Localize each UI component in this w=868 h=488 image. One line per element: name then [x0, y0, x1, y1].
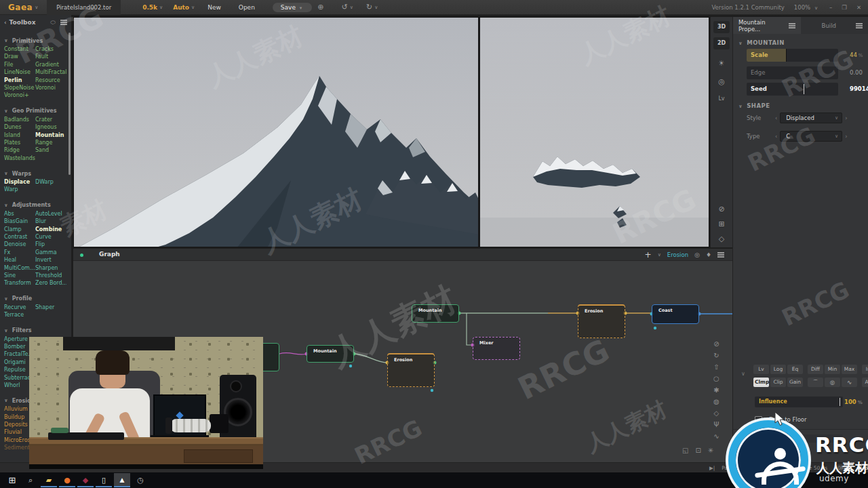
gear-icon[interactable]: ✱: [713, 387, 719, 394]
circle-icon[interactable]: ◎: [825, 378, 840, 387]
menu-icon[interactable]: [60, 22, 67, 23]
disable-icon[interactable]: ⊘: [713, 341, 719, 348]
toolbox-item[interactable]: Threshold: [35, 272, 66, 280]
toolbox-item[interactable]: Warp: [4, 186, 35, 194]
node-mixer[interactable]: Mixer: [473, 337, 520, 360]
toolbox-item[interactable]: Island: [4, 132, 35, 140]
chevron-down-icon[interactable]: ∨: [658, 252, 661, 258]
new-button[interactable]: New: [208, 4, 221, 11]
sun-icon[interactable]: ☀: [718, 59, 725, 68]
maximize-button[interactable]: ❐: [842, 4, 847, 11]
close-button[interactable]: ✕: [856, 4, 861, 11]
toolbox-item[interactable]: Fx: [4, 249, 35, 257]
toolbox-item[interactable]: DWarp: [35, 179, 66, 186]
post-button[interactable]: Gain: [787, 378, 803, 387]
post-button[interactable]: Diff: [808, 365, 823, 374]
refresh-icon[interactable]: ↻: [713, 352, 719, 359]
type-dropdown[interactable]: C∨: [780, 131, 842, 142]
toolbox-item[interactable]: Dunes: [4, 124, 35, 131]
influence-slider[interactable]: Influence 100%: [755, 396, 843, 409]
minimize-button[interactable]: –: [829, 4, 832, 11]
node-coast[interactable]: Coast: [652, 304, 699, 324]
post-button[interactable]: Clip: [770, 378, 786, 387]
toolbox-item[interactable]: Draw: [4, 54, 35, 61]
app-diamond-icon[interactable]: ◆: [77, 473, 94, 487]
next-arrow-icon[interactable]: ›: [842, 134, 850, 140]
resolution-dropdown[interactable]: 0.5k: [142, 4, 157, 11]
view-2d-button[interactable]: 2D: [713, 37, 730, 49]
view-3d-button[interactable]: 3D: [713, 21, 730, 33]
node-mountain-2[interactable]: Mountain: [307, 345, 354, 363]
prev-arrow-icon[interactable]: ‹: [772, 134, 780, 140]
section-label[interactable]: Filters: [12, 327, 32, 333]
swirl-icon[interactable]: ◍: [713, 399, 719, 405]
chevron-down-icon[interactable]: ▾: [300, 5, 302, 11]
toolbox-item[interactable]: Abs: [4, 211, 35, 218]
branch-icon[interactable]: Ψ: [713, 422, 719, 428]
grid-icon[interactable]: ⊞: [718, 220, 724, 228]
post-button[interactable]: Eq: [787, 365, 803, 374]
toolbox-item[interactable]: Sharpen: [35, 265, 66, 272]
post-button[interactable]: Inv: [862, 365, 868, 374]
app-logo[interactable]: Gaea: [8, 3, 33, 12]
clock-icon[interactable]: ◷: [132, 473, 149, 487]
viewport-island-view[interactable]: [480, 18, 709, 247]
zoom-level[interactable]: 100% ∨: [794, 4, 820, 11]
toolbox-item[interactable]: MultiCom...: [4, 265, 35, 272]
post-button[interactable]: Abs: [862, 378, 868, 387]
toolbox-item[interactable]: Igneous: [35, 124, 66, 131]
gaea-app-icon[interactable]: ▲: [114, 473, 130, 487]
viewport-main-view[interactable]: [74, 18, 478, 247]
toolbox-item[interactable]: Cracks: [35, 46, 66, 54]
scale-slider[interactable]: Scale 44%: [747, 49, 848, 62]
3d-viewport[interactable]: [73, 17, 709, 247]
tab-menu-icon[interactable]: [856, 25, 863, 26]
toolbox-item[interactable]: Denoise: [4, 241, 35, 249]
toolbox-item[interactable]: Range: [35, 140, 66, 147]
link-icon[interactable]: ∿: [713, 433, 719, 440]
toolbox-item[interactable]: Ridge: [4, 147, 35, 155]
chevron-down-icon[interactable]: ∨: [191, 5, 195, 10]
section-label[interactable]: Profile: [12, 296, 32, 302]
toolbox-item[interactable]: Curve: [35, 234, 66, 241]
toolbox-item[interactable]: Combine: [35, 226, 66, 234]
open-button[interactable]: Open: [239, 4, 255, 11]
shape-section-header[interactable]: ∨SHAPE: [738, 102, 770, 109]
node-mountain-1[interactable]: Mountain: [412, 304, 459, 323]
tab-menu-icon[interactable]: [789, 25, 795, 26]
seed-value[interactable]: 99014: [850, 83, 868, 96]
frame-icon[interactable]: ◱: [682, 447, 688, 454]
post-button[interactable]: Log: [770, 365, 786, 374]
toolbox-item[interactable]: Zero Bord...: [35, 280, 66, 287]
scrollbar[interactable]: [68, 33, 71, 175]
water-toggle-icon[interactable]: ⊘: [718, 205, 724, 214]
toolbox-item[interactable]: Clamp: [4, 226, 35, 234]
locate-icon[interactable]: ◎: [694, 251, 700, 258]
search-icon[interactable]: ⌕: [22, 473, 39, 487]
firefox-icon[interactable]: ●: [59, 473, 75, 487]
snap-icon[interactable]: ✳: [708, 447, 713, 454]
chevron-down-icon[interactable]: ∨: [374, 5, 378, 10]
toolbox-item[interactable]: Mountain: [35, 132, 66, 140]
filter-toggle-icon[interactable]: ⬭: [50, 19, 56, 26]
circle-icon[interactable]: ○: [713, 375, 719, 382]
section-label[interactable]: Primitives: [12, 38, 43, 44]
post-section-chevron[interactable]: ∨: [741, 371, 745, 377]
build-mode-dropdown[interactable]: Auto: [173, 4, 189, 11]
toolbox-item[interactable]: Voronoi+: [4, 92, 35, 100]
edge-slider[interactable]: Edge 0.00: [747, 66, 848, 79]
curve-icon[interactable]: ⌒: [808, 378, 823, 387]
toolbox-item[interactable]: Perlin: [4, 77, 35, 85]
collapse-icon[interactable]: ‹: [4, 19, 7, 26]
toolbox-item[interactable]: LineNoise: [4, 69, 35, 77]
graph-menu-icon[interactable]: [717, 254, 724, 256]
undo-icon[interactable]: ↺: [342, 3, 348, 12]
toolbox-item[interactable]: AutoLevel: [35, 211, 66, 218]
toolbox-item[interactable]: Terrace: [4, 312, 35, 319]
section-label[interactable]: Adjustments: [12, 202, 51, 208]
influence-value[interactable]: 100%: [844, 396, 868, 408]
toolbox-item[interactable]: Plates: [4, 140, 35, 147]
mountain-section-header[interactable]: ∨MOUNTAIN: [738, 39, 785, 46]
flame-icon[interactable]: ♦: [706, 251, 711, 258]
compass-icon[interactable]: ◎: [718, 77, 725, 86]
